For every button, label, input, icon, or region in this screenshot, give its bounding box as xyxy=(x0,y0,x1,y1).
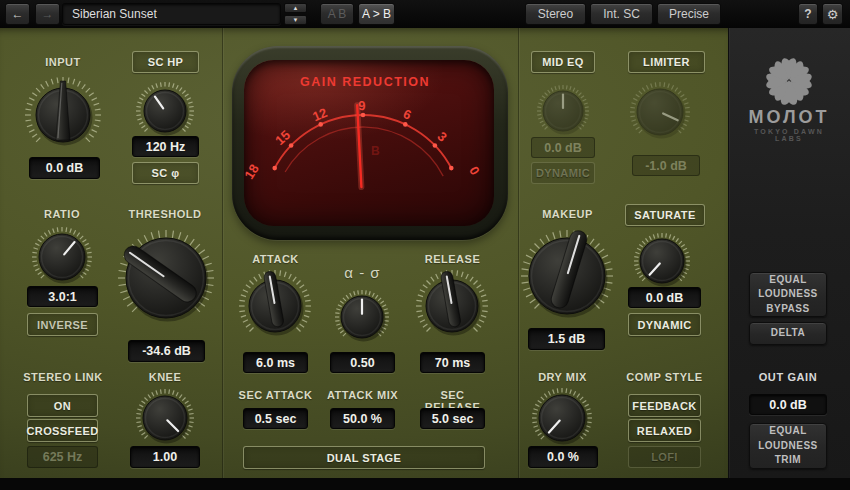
dry-mix-knob[interactable] xyxy=(531,387,593,453)
makeup-value[interactable]: 1.5 dB xyxy=(528,328,605,350)
knee-label: KNEE xyxy=(130,371,200,383)
makeup-label: MAKEUP xyxy=(535,208,600,220)
dry-mix-label: DRY MIX xyxy=(530,371,595,383)
saturate-value[interactable]: 0.0 dB xyxy=(628,287,701,308)
ratio-label: RATIO xyxy=(19,208,105,220)
crossfeed-button[interactable]: CROSSFEED xyxy=(27,419,98,442)
bottom-strip xyxy=(0,478,850,490)
attack-knob[interactable] xyxy=(238,269,312,347)
sc-phase-button[interactable]: SC φ xyxy=(132,162,199,184)
help-button[interactable]: ? xyxy=(798,3,818,25)
arrow-left-icon: ← xyxy=(12,7,24,21)
alpha-sigma-value[interactable]: 0.50 xyxy=(330,352,395,373)
meter-tick-label: 3 xyxy=(435,129,451,145)
attack-mix-value[interactable]: 50.0 % xyxy=(330,408,395,429)
comp-style-label: COMP STYLE xyxy=(622,371,707,383)
mid-eq-knob[interactable] xyxy=(536,84,590,142)
meter-face: GAIN REDUCTION 18 15 12 9 6 3 0 xyxy=(244,60,494,226)
sc-hp-button[interactable]: SC HP xyxy=(132,51,199,73)
feedback-button[interactable]: FEEDBACK xyxy=(628,394,701,417)
sc-hp-freq-value[interactable]: 120 Hz xyxy=(132,136,199,157)
preset-up-button[interactable]: ▲ xyxy=(284,3,307,13)
saturate-button[interactable]: SATURATE xyxy=(625,204,705,226)
sidechain-mode-button[interactable]: Int. SC xyxy=(590,3,653,25)
threshold-knob[interactable] xyxy=(117,229,215,331)
relaxed-button[interactable]: RELAXED xyxy=(628,419,701,442)
attack-label: ATTACK xyxy=(243,253,308,265)
meter-title: GAIN REDUCTION xyxy=(300,75,430,89)
sec-attack-label: SEC ATTACK xyxy=(237,389,314,401)
brand-company: TOKYO DAWN LABS xyxy=(739,128,839,142)
alpha-sigma-knob[interactable] xyxy=(334,289,390,349)
meter-tick-label: 18 xyxy=(244,162,262,182)
meter-tick-label: 6 xyxy=(401,106,413,123)
release-label: RELEASE xyxy=(420,253,485,265)
limiter-button[interactable]: LIMITER xyxy=(628,51,705,73)
threshold-value[interactable]: -34.6 dB xyxy=(128,340,205,362)
meter-face-mark: B xyxy=(371,144,380,158)
lofi-button[interactable]: LOFI xyxy=(628,446,701,468)
channel-mode-button[interactable]: Stereo xyxy=(525,3,586,25)
gain-reduction-meter: GAIN REDUCTION 18 15 12 9 6 3 0 xyxy=(232,46,508,240)
triangle-down-icon: ▼ xyxy=(293,17,299,23)
gear-icon: ⚙ xyxy=(827,7,839,22)
equal-loudness-bypass-button[interactable]: EQUAL LOUDNESS BYPASS xyxy=(749,272,827,317)
delta-button[interactable]: DELTA xyxy=(749,322,827,345)
divider xyxy=(518,28,519,478)
saturate-dynamic-button[interactable]: DYNAMIC xyxy=(628,313,701,336)
attack-mix-label: ATTACK MIX xyxy=(324,389,401,401)
alpha-sigma-label: α - σ xyxy=(330,264,395,281)
stereo-link-label: STEREO LINK xyxy=(19,371,107,383)
attack-value[interactable]: 6.0 ms xyxy=(243,352,308,373)
a-to-b-copy-button[interactable]: A > B xyxy=(358,3,395,25)
help-icon: ? xyxy=(804,7,811,21)
knee-knob[interactable] xyxy=(135,388,195,452)
release-value[interactable]: 70 ms xyxy=(420,352,485,373)
limiter-value[interactable]: -1.0 dB xyxy=(632,155,700,176)
molot-plugin-window: ← → Siberian Sunset ▲ ▼ A B A > B Stereo… xyxy=(0,0,850,490)
input-label: INPUT xyxy=(20,56,106,68)
preset-down-button[interactable]: ▼ xyxy=(284,15,307,25)
makeup-knob[interactable] xyxy=(520,229,614,327)
out-gain-label: OUT GAIN xyxy=(739,371,837,383)
mid-eq-value[interactable]: 0.0 dB xyxy=(531,137,595,158)
triangle-up-icon: ▲ xyxy=(293,5,299,11)
brand-name: МОЛОТ xyxy=(739,107,839,128)
sec-release-value[interactable]: 5.0 sec xyxy=(420,408,485,429)
mid-eq-dynamic-button[interactable]: DYNAMIC xyxy=(531,162,595,184)
inverse-button[interactable]: INVERSE xyxy=(27,313,98,336)
dry-mix-value[interactable]: 0.0 % xyxy=(528,446,598,468)
meter-tick-label: 0 xyxy=(466,164,483,178)
preset-field[interactable]: Siberian Sunset xyxy=(62,3,281,25)
ratio-value[interactable]: 3.0:1 xyxy=(27,286,98,307)
out-gain-value[interactable]: 0.0 dB xyxy=(749,394,827,415)
side-panel: МОЛОТ TOKYO DAWN LABS EQUAL LOUDNESS BYP… xyxy=(728,28,850,478)
settings-button[interactable]: ⚙ xyxy=(822,3,843,25)
quality-mode-button[interactable]: Precise xyxy=(657,3,721,25)
titlebar: ← → Siberian Sunset ▲ ▼ A B A > B Stereo… xyxy=(0,0,850,28)
preset-next-button[interactable]: → xyxy=(35,3,60,25)
stereo-link-on-button[interactable]: ON xyxy=(27,394,98,417)
sec-attack-value[interactable]: 0.5 sec xyxy=(243,408,308,429)
saturate-knob[interactable] xyxy=(633,232,691,294)
dual-stage-button[interactable]: DUAL STAGE xyxy=(243,446,485,469)
input-value[interactable]: 0.0 dB xyxy=(29,157,100,179)
ratio-knob[interactable] xyxy=(31,226,93,292)
limiter-knob[interactable] xyxy=(629,81,691,147)
input-knob[interactable] xyxy=(24,76,102,158)
preset-prev-button[interactable]: ← xyxy=(5,3,30,25)
equal-loudness-trim-button[interactable]: EQUAL LOUDNESS TRIM xyxy=(749,423,827,469)
threshold-label: THRESHOLD xyxy=(120,208,210,220)
divider xyxy=(222,28,223,478)
release-knob[interactable] xyxy=(415,269,489,347)
knee-value[interactable]: 1.00 xyxy=(130,446,200,468)
arrow-right-icon: → xyxy=(42,7,54,21)
ab-compare-button[interactable]: A B xyxy=(320,3,354,25)
crossfeed-freq-value[interactable]: 625 Hz xyxy=(27,446,98,468)
mid-eq-button[interactable]: MID EQ xyxy=(531,51,595,73)
flower-logo-icon xyxy=(759,52,819,110)
